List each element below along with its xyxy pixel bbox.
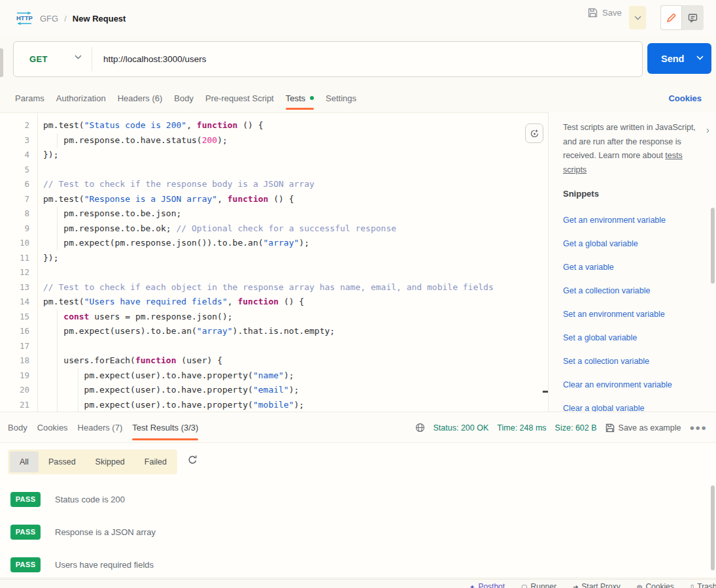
- filter-failed[interactable]: Failed: [135, 451, 177, 472]
- statusbar-label: Cookies: [645, 582, 673, 588]
- line-number: 21: [0, 398, 29, 413]
- test-result-row[interactable]: PASSResponse is a JSON array: [10, 524, 156, 540]
- tab-label: Settings: [326, 93, 356, 103]
- chevron-down-icon[interactable]: [696, 56, 704, 60]
- url-input[interactable]: http://localhost:3000/users: [103, 42, 207, 76]
- save-as-example-button[interactable]: Save as example: [605, 423, 681, 433]
- tests-help-text: Test scripts are written in JavaScript, …: [563, 121, 702, 177]
- statusbar-runner[interactable]: ▢Runner: [521, 582, 556, 588]
- tab-label: Pre-request Script: [205, 93, 274, 103]
- statusbar-postbot[interactable]: ✦Postbot: [469, 582, 505, 588]
- statusbar-items: ✦Postbot▢Runner➜Start Proxy◍Cookies▯Tras…: [469, 582, 716, 588]
- code-line[interactable]: 9 pm.response.to.be.ok; // Optional chec…: [0, 221, 548, 237]
- refresh-icon[interactable]: [187, 455, 198, 466]
- results-filter-row: AllPassedSkippedFailed: [0, 443, 716, 483]
- response-tab-cookies[interactable]: Cookies: [37, 412, 68, 443]
- line-number: 2: [0, 118, 29, 133]
- ai-postbot-button[interactable]: [525, 123, 543, 143]
- tab-label: Tests: [286, 93, 305, 103]
- code-line[interactable]: 17: [0, 339, 548, 354]
- code-line[interactable]: 2pm.test("Status code is 200", function …: [0, 118, 548, 133]
- save-dropdown-button[interactable]: [629, 6, 646, 29]
- request-title[interactable]: New Request: [73, 14, 126, 24]
- tab-body[interactable]: Body: [174, 84, 194, 112]
- line-number: 4: [0, 148, 29, 163]
- pass-badge: PASS: [10, 557, 41, 572]
- filter-passed[interactable]: Passed: [39, 451, 86, 472]
- http-arrows-icon: HTTP: [14, 10, 34, 26]
- save-label: Save: [602, 8, 622, 18]
- start-proxy-icon: ➜: [573, 583, 578, 588]
- tab-headers-6[interactable]: Headers (6): [118, 84, 163, 112]
- code-text: // Test to check if the response body is…: [43, 177, 315, 192]
- code-line[interactable]: 11});: [0, 251, 548, 266]
- cookies-link[interactable]: Cookies: [668, 84, 702, 112]
- snippet-get-a-collection-variable[interactable]: Get a collection variable: [563, 280, 706, 303]
- tab-tests[interactable]: Tests: [286, 84, 314, 112]
- snippet-clear-an-environment-variable[interactable]: Clear an environment variable: [563, 374, 706, 397]
- code-line[interactable]: 21 pm.expect(user).to.have.property("mob…: [0, 398, 548, 413]
- results-filter-group: AllPassedSkippedFailed: [8, 449, 177, 474]
- filter-all[interactable]: All: [10, 451, 39, 472]
- test-result-label: Response is a JSON array: [55, 527, 156, 537]
- sidebar-scrollbar[interactable]: [711, 208, 715, 284]
- code-line[interactable]: 10 pm.expect(pm.response.json()).to.be.a…: [0, 236, 548, 251]
- code-line[interactable]: 15 const users = pm.response.json();: [0, 310, 548, 325]
- results-scrollbar[interactable]: [711, 485, 715, 570]
- method-selector[interactable]: GET: [29, 42, 48, 76]
- response-meta: Status: 200 OK Time: 248 ms Size: 602 B …: [415, 412, 707, 443]
- response-tab-body[interactable]: Body: [8, 412, 27, 443]
- code-line[interactable]: 19 pm.expect(user).to.have.property("nam…: [0, 368, 548, 384]
- tests-code-editor[interactable]: 2pm.test("Status code is 200", function …: [0, 112, 548, 412]
- code-line[interactable]: 8 pm.response.to.be.json;: [0, 206, 548, 221]
- filter-skipped[interactable]: Skipped: [86, 451, 135, 472]
- code-line[interactable]: 12: [0, 265, 548, 280]
- code-line[interactable]: 3 pm.response.to.have.status(200);: [0, 133, 548, 148]
- code-line[interactable]: 16 pm.expect(users).to.be.an("array").th…: [0, 324, 548, 339]
- response-tab-headers-7[interactable]: Headers (7): [78, 412, 123, 443]
- code-line[interactable]: 20 pm.expect(user).to.have.property("ema…: [0, 383, 548, 398]
- edit-button[interactable]: [660, 5, 682, 30]
- code-text: pm.expect(pm.response.json()).to.be.an("…: [43, 236, 309, 251]
- code-line[interactable]: 5: [0, 163, 548, 178]
- code-line[interactable]: 14pm.test("Users have required fields", …: [0, 295, 548, 310]
- cookies-icon: ◍: [637, 583, 643, 588]
- statusbar-start-proxy[interactable]: ➜Start Proxy: [573, 582, 621, 588]
- green-dot-icon: [310, 96, 314, 100]
- code-line[interactable]: 13// Test to check if each object in the…: [0, 280, 548, 295]
- response-tab-test-results-3-3[interactable]: Test Results (3/3): [132, 412, 198, 443]
- line-number: 8: [0, 206, 29, 221]
- line-number: 16: [0, 324, 29, 339]
- tab-pre-request-script[interactable]: Pre-request Script: [205, 84, 274, 112]
- code-line[interactable]: 7pm.test("Response is a JSON array", fun…: [0, 192, 548, 207]
- breadcrumb: HTTP GFG / New Request: [14, 10, 126, 26]
- send-button[interactable]: Send: [647, 43, 711, 74]
- test-result-row[interactable]: PASSStatus code is 200: [10, 491, 125, 507]
- tab-params[interactable]: Params: [15, 84, 44, 112]
- statusbar-cookies[interactable]: ◍Cookies: [637, 582, 674, 588]
- snippet-set-an-environment-variable[interactable]: Set an environment variable: [563, 303, 706, 327]
- header-bar: HTTP GFG / New Request Save: [0, 0, 716, 37]
- tab-authorization[interactable]: Authorization: [56, 84, 106, 112]
- code-text: // Test to check if each object in the r…: [43, 280, 494, 295]
- snippet-get-a-variable[interactable]: Get a variable: [563, 256, 706, 280]
- breadcrumb-collection[interactable]: GFG: [40, 14, 58, 24]
- chevron-right-icon[interactable]: ›: [706, 124, 709, 135]
- chevron-down-icon[interactable]: [75, 55, 82, 59]
- snippet-set-a-global-variable[interactable]: Set a global variable: [563, 327, 706, 350]
- snippet-get-a-global-variable[interactable]: Get a global variable: [563, 233, 706, 256]
- save-button[interactable]: Save: [588, 8, 622, 18]
- code-line[interactable]: 6// Test to check if the response body i…: [0, 177, 548, 192]
- code-line[interactable]: 4});: [0, 148, 548, 163]
- svg-text:HTTP: HTTP: [16, 14, 33, 22]
- statusbar-trash[interactable]: ▯Trash: [690, 582, 716, 588]
- snippet-get-an-environment-variable[interactable]: Get an environment variable: [563, 209, 706, 233]
- statusbar-label: Start Proxy: [581, 582, 620, 588]
- tab-label: Authorization: [56, 93, 106, 103]
- comment-button[interactable]: [682, 5, 704, 30]
- tab-settings[interactable]: Settings: [326, 84, 356, 112]
- code-line[interactable]: 18 users.forEach(function (user) {: [0, 353, 548, 368]
- test-result-row[interactable]: PASSUsers have required fields: [10, 557, 154, 572]
- ellipsis-icon[interactable]: ●●●: [689, 423, 707, 433]
- snippet-set-a-collection-variable[interactable]: Set a collection variable: [563, 350, 706, 374]
